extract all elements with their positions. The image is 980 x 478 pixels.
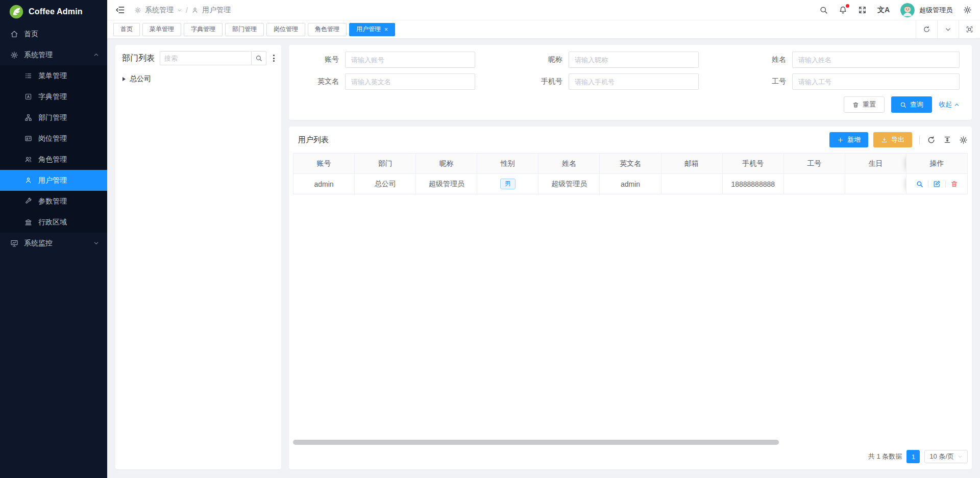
horizontal-scrollbar	[293, 440, 968, 445]
en-name-input[interactable]	[345, 73, 475, 90]
phone-input[interactable]	[569, 73, 699, 90]
gear-icon[interactable]	[963, 6, 972, 14]
cell-birthday	[845, 174, 906, 194]
field-name: 姓名	[742, 52, 966, 68]
gear-icon[interactable]	[959, 136, 968, 144]
caret-right-icon[interactable]	[122, 77, 126, 81]
edit-icon[interactable]	[933, 180, 941, 188]
refresh-icon[interactable]	[927, 136, 936, 144]
column-header: 手机号	[722, 154, 783, 174]
bank-icon	[24, 218, 33, 227]
column-header: 昵称	[416, 154, 477, 174]
divider	[919, 136, 920, 144]
tab-dept-mgmt[interactable]: 部门管理	[225, 23, 264, 36]
page-content: 部门列表 总公司 账号	[107, 39, 980, 478]
tab-role-mgmt[interactable]: 角色管理	[308, 23, 347, 36]
page-size-select[interactable]: 10 条/页	[924, 450, 968, 463]
view-icon[interactable]	[916, 180, 923, 188]
field-label: 手机号	[519, 77, 569, 86]
search-form-card: 账号 昵称 姓名 英文名	[289, 45, 972, 120]
tab-menu-mgmt[interactable]: 菜单管理	[142, 23, 181, 36]
sidebar-item-user-mgmt[interactable]: 用户管理	[0, 170, 107, 191]
chevron-down-icon[interactable]	[937, 20, 959, 38]
field-label: 账号	[295, 55, 345, 64]
tree-item-company[interactable]: 总公司	[115, 70, 281, 84]
topbar: 系统管理 / 用户管理 文A 超级管理员	[107, 0, 980, 20]
field-label: 英文名	[295, 77, 345, 86]
department-panel: 部门列表 总公司	[115, 45, 281, 469]
person-icon	[191, 7, 199, 14]
form-actions: 重置 查询 收起	[295, 96, 966, 113]
cell-actions	[906, 174, 968, 194]
notification-dot	[846, 4, 849, 8]
column-header: 生日	[845, 154, 906, 174]
app-logo[interactable]: Coffee Admin	[0, 0, 107, 23]
reset-button[interactable]: 重置	[844, 96, 885, 113]
sidebar-item-dept-mgmt[interactable]: 部门管理	[0, 107, 107, 128]
tab-dict-mgmt[interactable]: 字典管理	[184, 23, 223, 36]
menu-fold-icon[interactable]	[115, 5, 125, 15]
delete-icon[interactable]	[950, 180, 958, 188]
row-height-icon[interactable]	[943, 136, 951, 144]
tabbar: 首页 菜单管理 字典管理 部门管理 岗位管理 角色管理 用户管理 ×	[107, 20, 980, 39]
username: 超级管理员	[919, 6, 952, 15]
more-options-icon[interactable]	[272, 53, 276, 64]
scrollbar-thumb[interactable]	[293, 440, 779, 445]
cell-account: admin	[293, 174, 355, 194]
field-phone: 手机号	[519, 73, 742, 90]
sidebar-item-home[interactable]: 首页	[0, 23, 107, 44]
chevron-up-icon	[954, 102, 960, 108]
tab-post-mgmt[interactable]: 岗位管理	[266, 23, 305, 36]
fullscreen-icon[interactable]	[858, 6, 867, 14]
dashboard-icon	[10, 239, 18, 247]
user-menu[interactable]: 超级管理员	[900, 3, 952, 17]
app-title: Coffee Admin	[29, 7, 83, 16]
sidebar-item-region-mgmt[interactable]: 行政区域	[0, 212, 107, 233]
department-search-input[interactable]	[160, 51, 251, 65]
nickname-input[interactable]	[569, 52, 699, 68]
query-button[interactable]: 查询	[891, 96, 932, 113]
expand-icon[interactable]	[959, 20, 980, 38]
collapse-link[interactable]: 收起	[939, 100, 960, 109]
tab-close-icon[interactable]: ×	[384, 27, 388, 33]
table-toolbar: 新增 导出	[829, 132, 968, 147]
column-header: 姓名	[538, 154, 600, 174]
chevron-down-icon	[93, 240, 99, 246]
cell-gender: 男	[477, 174, 538, 194]
breadcrumb-parent[interactable]: 系统管理	[145, 6, 174, 15]
sidebar-item-dict-mgmt[interactable]: 字典管理	[0, 86, 107, 107]
breadcrumb-current: 用户管理	[202, 6, 231, 15]
add-user-button[interactable]: 新增	[829, 132, 868, 147]
leaf-logo-icon	[9, 5, 23, 19]
job-no-input[interactable]	[792, 73, 960, 90]
total-count: 共 1 条数据	[868, 452, 902, 461]
sidebar-item-system-monitor[interactable]: 系统监控	[0, 233, 107, 254]
list-icon	[24, 72, 33, 80]
search-icon[interactable]	[819, 6, 828, 14]
sidebar-item-system-mgmt[interactable]: 系统管理	[0, 44, 107, 65]
account-input[interactable]	[345, 52, 475, 68]
tab-user-mgmt[interactable]: 用户管理 ×	[349, 23, 395, 36]
export-button[interactable]: 导出	[873, 132, 912, 147]
name-input[interactable]	[792, 52, 960, 68]
search-icon[interactable]	[251, 51, 266, 65]
sidebar-item-menu-mgmt[interactable]: 菜单管理	[0, 65, 107, 86]
avatar	[900, 3, 915, 17]
breadcrumb-separator: /	[186, 6, 188, 14]
search-form: 账号 昵称 姓名 英文名	[295, 52, 966, 90]
sidebar-item-param-mgmt[interactable]: 参数管理	[0, 191, 107, 212]
refresh-icon[interactable]	[916, 20, 937, 38]
field-job-no: 工号	[742, 73, 966, 90]
gender-tag: 男	[500, 179, 516, 190]
table-title: 用户列表	[298, 135, 329, 145]
sidebar-item-post-mgmt[interactable]: 岗位管理	[0, 128, 107, 149]
sidebar-item-role-mgmt[interactable]: 角色管理	[0, 149, 107, 170]
cell-email	[661, 174, 722, 194]
field-label: 工号	[742, 77, 792, 86]
tab-home[interactable]: 首页	[113, 23, 140, 36]
translate-icon[interactable]: 文A	[877, 6, 890, 15]
chevron-down-icon	[958, 454, 963, 459]
bell-icon[interactable]	[839, 6, 847, 14]
page-button-1[interactable]: 1	[906, 450, 920, 463]
table-card-header: 用户列表 新增 导出	[293, 127, 968, 153]
